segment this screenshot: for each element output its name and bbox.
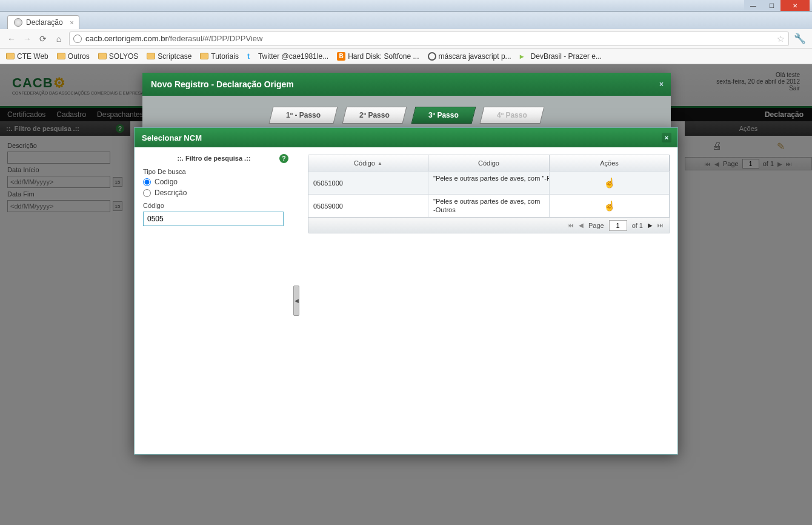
dialog1-title: Novo Registro - Declaração Origem — [151, 79, 294, 89]
radio-descricao-input[interactable] — [143, 189, 151, 197]
window-maximize-button[interactable]: ☐ — [762, 0, 780, 11]
browser-tab-strip: Declaração × — [0, 12, 812, 29]
pager-prev-icon[interactable]: ◀ — [579, 222, 584, 229]
wizard-step[interactable]: 4º Passo — [480, 107, 545, 124]
twitter-icon: t — [247, 52, 256, 61]
row-select-action[interactable]: ☝ — [550, 172, 670, 194]
filter-header: ::. Filtro de pesquisa .:: ? — [143, 155, 285, 162]
bookmark-item[interactable]: ▸DevBrasil - Prazer e... — [520, 52, 602, 61]
site-icon — [73, 35, 82, 43]
results-grid: Código▲ Código Ações 05051000"Peles e ou… — [308, 155, 670, 233]
bookmark-label: Twitter @cae1981le... — [258, 52, 328, 61]
bookmark-item[interactable]: BHard Disk: Softfone ... — [337, 52, 419, 61]
bookmark-item[interactable]: CTE Web — [6, 52, 48, 61]
cell-codigo: 05059000 — [308, 195, 428, 217]
browser-toolbar: ← → ⟳ ⌂ cacb.certorigem.com.br/federasul… — [0, 29, 812, 48]
bookmark-item[interactable]: SOLYOS — [98, 52, 138, 61]
folder-icon — [200, 53, 208, 59]
codigo-label: Código — [143, 202, 285, 209]
tipo-busca-label: Tipo De busca — [143, 168, 285, 175]
bookmark-label: CTE Web — [17, 52, 48, 61]
grid-header: Código▲ Código Ações — [308, 155, 670, 171]
devbrasil-icon: ▸ — [520, 52, 528, 61]
bookmark-item[interactable]: Outros — [57, 52, 90, 61]
dialog2-header: Selecionar NCM × — [135, 128, 677, 147]
step-label: 3º Passo — [428, 111, 459, 119]
window-minimize-button[interactable]: — — [744, 0, 762, 11]
bookmark-item[interactable]: máscara javascript p... — [428, 52, 511, 61]
wizard-step[interactable]: 3º Passo — [411, 107, 476, 124]
col-header-codigo[interactable]: Código▲ — [308, 155, 428, 171]
dialog2-title: Selecionar NCM — [142, 133, 202, 142]
cell-descricao: "Peles e outras partes de aves, com "-Pe… — [428, 172, 550, 194]
wizard-step[interactable]: 2º Passo — [342, 107, 407, 124]
bookmark-item[interactable]: tTwitter @cae1981le... — [247, 52, 328, 61]
back-button[interactable]: ← — [6, 33, 17, 44]
home-button[interactable]: ⌂ — [53, 33, 64, 44]
step-label: 1º - Passo — [286, 111, 321, 119]
folder-icon — [6, 53, 15, 59]
tab-close-icon[interactable]: × — [70, 19, 73, 26]
help-icon[interactable]: ? — [279, 154, 288, 163]
tab-title: Declaração — [26, 18, 63, 27]
col-header-descricao[interactable]: Código — [428, 155, 550, 171]
folder-icon — [57, 53, 65, 59]
codigo-input[interactable] — [143, 212, 284, 226]
bookmark-label: SOLYOS — [109, 52, 138, 61]
pager-last-icon[interactable]: ⏭ — [657, 222, 664, 229]
ncm-filter-panel: ::. Filtro de pesquisa .:: ? Tipo De bus… — [135, 147, 293, 454]
radio-descricao[interactable]: Descrição — [143, 189, 285, 197]
gear-icon — [428, 52, 436, 61]
step-label: 4º Passo — [497, 111, 527, 119]
col-header-acoes: Ações — [550, 155, 670, 171]
bookmark-label: Outros — [68, 52, 90, 61]
dialog1-header: Novo Registro - Declaração Origem × — [142, 73, 671, 96]
folder-icon — [98, 53, 107, 59]
pointer-icon: ☝ — [604, 200, 616, 212]
wizard-step[interactable]: 1º - Passo — [268, 107, 338, 124]
table-row: 05059000"Peles e outras partes de aves, … — [308, 194, 670, 217]
globe-icon — [14, 18, 22, 27]
blogger-icon: B — [337, 52, 345, 61]
bookmark-label: Hard Disk: Softfone ... — [348, 52, 419, 61]
radio-codigo-input[interactable] — [143, 178, 151, 186]
url-path: /federasul/#/DPP/DPPView — [168, 34, 263, 43]
bookmark-label: Scriptcase — [158, 52, 191, 61]
bookmark-item[interactable]: Tutoriais — [200, 52, 239, 61]
url-host: cacb.certorigem.com.br — [85, 34, 168, 43]
page-input[interactable] — [609, 220, 627, 231]
selecionar-ncm-dialog: Selecionar NCM × ::. Filtro de pesquisa … — [134, 127, 678, 455]
cell-descricao: "Peles e outras partes de aves, com-Outr… — [428, 195, 550, 217]
row-select-action[interactable]: ☝ — [550, 195, 670, 217]
bookmark-star-icon[interactable]: ☆ — [777, 34, 785, 44]
radio-codigo[interactable]: Codigo — [143, 178, 285, 186]
window-titlebar: — ☐ ✕ — [0, 0, 812, 12]
forward-button[interactable]: → — [22, 33, 33, 44]
bookmark-item[interactable]: Scriptcase — [147, 52, 191, 61]
close-icon[interactable]: × — [662, 133, 671, 142]
pointer-icon: ☝ — [604, 177, 616, 189]
close-icon[interactable]: × — [659, 80, 664, 89]
bookmark-label: DevBrasil - Prazer e... — [531, 52, 602, 61]
window-close-button[interactable]: ✕ — [780, 0, 810, 11]
wrench-menu-icon[interactable]: 🔧 — [794, 33, 806, 44]
table-row: 05051000"Peles e outras partes de aves, … — [308, 171, 670, 194]
folder-icon — [147, 53, 155, 59]
pager-next-icon[interactable]: ▶ — [648, 222, 653, 229]
pager-first-icon[interactable]: ⏮ — [568, 222, 574, 229]
step-label: 2º Passo — [359, 111, 390, 119]
browser-tab[interactable]: Declaração × — [7, 15, 79, 29]
url-bar[interactable]: cacb.certorigem.com.br/federasul/#/DPP/D… — [69, 32, 789, 46]
bookmark-label: máscara javascript p... — [439, 52, 511, 61]
reload-button[interactable]: ⟳ — [38, 33, 48, 44]
ncm-results-panel: Código▲ Código Ações 05051000"Peles e ou… — [293, 147, 677, 454]
bookmark-label: Tutoriais — [211, 52, 239, 61]
bookmarks-bar: CTE WebOutrosSOLYOSScriptcaseTutoriaistT… — [0, 48, 812, 64]
sort-asc-icon: ▲ — [378, 161, 382, 166]
grid-pager: ⏮ ◀ Page of 1 ▶ ⏭ — [308, 217, 670, 233]
cell-codigo: 05051000 — [308, 172, 428, 194]
